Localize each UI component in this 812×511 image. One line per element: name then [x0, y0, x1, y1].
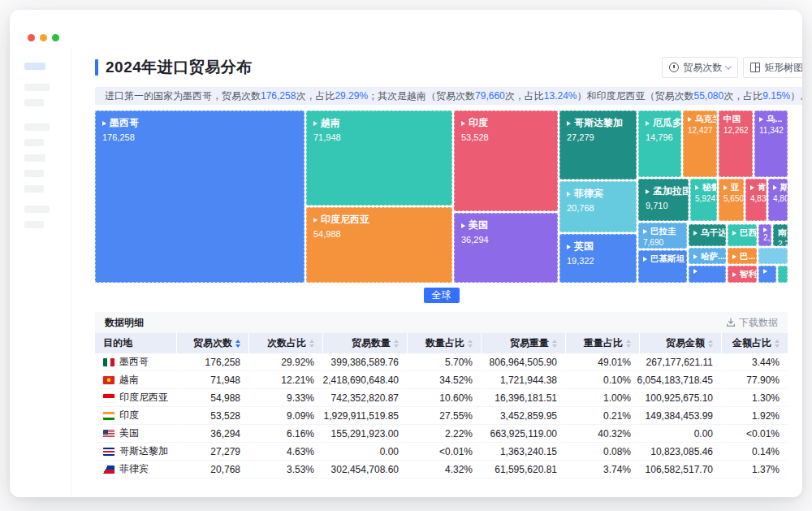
- treemap-cell[interactable]: 哥斯达黎加27,279: [559, 110, 637, 180]
- table-cell: 10.60%: [408, 389, 481, 407]
- column-header[interactable]: 金额占比: [722, 333, 788, 353]
- download-icon: [726, 318, 736, 327]
- column-header[interactable]: 贸易次数: [177, 333, 248, 353]
- expand-icon: [763, 269, 767, 274]
- treemap-cell[interactable]: 孟加拉国9,710: [638, 179, 689, 221]
- treemap-cell[interactable]: 印度53,528: [454, 110, 558, 211]
- treemap-cell[interactable]: 肯4,836: [745, 179, 767, 221]
- expand-icon: [643, 229, 647, 234]
- treemap-cell-label: 哈萨...: [693, 251, 721, 262]
- sort-icon: [468, 340, 473, 348]
- table-cell: 663,925,119.00: [482, 425, 565, 443]
- treemap-cell[interactable]: 巴拉圭7,690: [638, 223, 687, 249]
- minimize-button[interactable]: [40, 34, 47, 41]
- table-cell: 0.10%: [566, 371, 639, 389]
- treemap-cell[interactable]: 哈萨...: [689, 248, 726, 264]
- column-header[interactable]: 重量占比: [566, 333, 639, 353]
- treemap-cell-value: 4,836: [750, 194, 762, 203]
- treemap-cell[interactable]: 斯4,804: [768, 179, 788, 221]
- treemap-root-button[interactable]: 全球: [424, 288, 460, 303]
- table-row[interactable]: 印度53,5289.09%1,929,911,519.8527.55%3,452…: [95, 407, 788, 425]
- flag-icon: [103, 358, 114, 366]
- treemap-cell[interactable]: 巴...: [728, 248, 757, 264]
- table-row[interactable]: 印度尼西亚54,9889.33%742,352,820.8710.60%16,3…: [95, 389, 788, 407]
- treemap-cell[interactable]: 英国19,322: [559, 234, 637, 283]
- table-cell: 399,386,589.76: [323, 353, 407, 371]
- treemap-cell[interactable]: 美国36,294: [454, 213, 558, 283]
- treemap-cell-value: 27,279: [567, 132, 629, 142]
- table-cell: 742,352,820.87: [323, 389, 407, 407]
- treemap-cell[interactable]: 秘鲁5,924: [690, 179, 717, 221]
- treemap-cell[interactable]: 墨西哥176,258: [95, 110, 304, 283]
- treemap-cell[interactable]: 中国12,262: [719, 110, 753, 177]
- treemap-cell[interactable]: 厄瓜多尔14,796: [638, 110, 681, 177]
- sort-icon: [394, 340, 399, 348]
- table-row[interactable]: 越南71,94812.21%2,418,690,648.4034.52%1,72…: [95, 371, 788, 389]
- treemap-cell-label: 斯: [773, 182, 783, 193]
- table-row[interactable]: 墨西哥176,25829.92%399,386,589.765.70%806,9…: [95, 353, 788, 371]
- treemap-cell-label: 智利: [732, 269, 752, 280]
- column-header[interactable]: 贸易数量: [323, 333, 407, 353]
- expand-icon: [688, 117, 692, 122]
- column-header[interactable]: 数量占比: [408, 333, 481, 353]
- treemap-cell[interactable]: 菲律宾20,768: [559, 181, 637, 232]
- treemap-cell[interactable]: 巴西: [728, 224, 757, 246]
- treemap-cell[interactable]: [758, 248, 788, 264]
- treemap-cell[interactable]: [778, 266, 788, 283]
- summary-highlight-value: 9.15%: [762, 90, 790, 102]
- table-title: 数据明细: [105, 316, 144, 330]
- treemap-cell-value: 5,924: [695, 194, 712, 203]
- table-cell: 6,054,183,718.45: [640, 371, 721, 389]
- treemap-cell[interactable]: 智利: [728, 266, 757, 283]
- treemap-cell[interactable]: 越南71,948: [306, 110, 452, 206]
- treemap-cell-label: 孟加拉国: [646, 184, 681, 198]
- table-cell: 71,948: [177, 371, 248, 389]
- treemap-cell[interactable]: 乌...11,342: [754, 110, 788, 177]
- treemap-cell-label: 巴基斯坦: [643, 253, 682, 265]
- treemap-cell[interactable]: 巴基斯坦: [638, 250, 687, 283]
- table-cell: 16,396,181.51: [482, 389, 565, 407]
- column-header[interactable]: 次数占比: [249, 333, 322, 353]
- table-cell: 1.37%: [722, 461, 788, 479]
- sidebar-skeleton-item: [24, 63, 45, 70]
- expand-icon: [567, 121, 571, 126]
- destination-cell: 菲律宾: [95, 461, 176, 479]
- download-data-button[interactable]: 下载数据: [726, 316, 778, 330]
- maximize-button[interactable]: [52, 34, 59, 41]
- close-button[interactable]: [28, 34, 35, 41]
- sort-icon: [309, 340, 314, 348]
- sidebar-skeleton-item: [24, 185, 44, 193]
- chart-type-select[interactable]: 矩形树图: [743, 57, 802, 78]
- table-cell: 149,384,453.99: [640, 407, 721, 425]
- treemap-cell[interactable]: 印度尼西亚54,988: [306, 207, 452, 283]
- table-cell: <0.01%: [722, 425, 788, 443]
- table-cell: 77.90%: [722, 371, 788, 389]
- treemap-cell[interactable]: [758, 266, 776, 283]
- treemap-cell[interactable]: 乌干达: [689, 224, 726, 246]
- table-cell: 106,582,517.70: [640, 461, 721, 479]
- column-header[interactable]: 贸易重量: [482, 333, 565, 353]
- expand-icon: [102, 121, 106, 126]
- column-header[interactable]: 贸易金额: [640, 333, 721, 353]
- treemap-cell[interactable]: [689, 266, 726, 283]
- treemap-cell-value: 71,948: [313, 132, 445, 142]
- treemap-cell-label: 英国: [567, 240, 629, 253]
- treemap-cell-label: 巴西: [732, 227, 752, 239]
- table-cell: 29.92%: [249, 353, 322, 371]
- table-row[interactable]: 美国36,2946.16%155,291,923.002.22%663,925,…: [95, 425, 788, 443]
- sidebar: [10, 47, 71, 497]
- expand-icon: [567, 245, 571, 249]
- table-row[interactable]: 菲律宾20,7683.53%302,454,708.604.32%61,595,…: [95, 461, 788, 479]
- chart-type-select-label: 矩形树图: [764, 61, 802, 75]
- treemap-cell[interactable]: 乌克兰12,427: [683, 110, 717, 177]
- destination-cell: 墨西哥: [95, 353, 176, 371]
- treemap-cell[interactable]: 南2,2: [773, 224, 788, 246]
- table-row[interactable]: 哥斯达黎加27,2794.63%0.00<0.01%1,363,240.150.…: [95, 443, 788, 461]
- table-cell: 61,595,620.81: [482, 461, 565, 479]
- metric-select[interactable]: 贸易次数: [662, 57, 738, 78]
- treemap-cell[interactable]: 亚5,650: [719, 179, 744, 221]
- main-content: 2024年进口贸易分布 贸易次数 矩形树图 进口第一的国家为墨西哥，贸易次数17: [71, 47, 802, 497]
- treemap-cell[interactable]: 2,5: [758, 224, 771, 246]
- treemap-cell-value: 11,342: [759, 126, 783, 135]
- table-cell: 36,294: [177, 425, 248, 443]
